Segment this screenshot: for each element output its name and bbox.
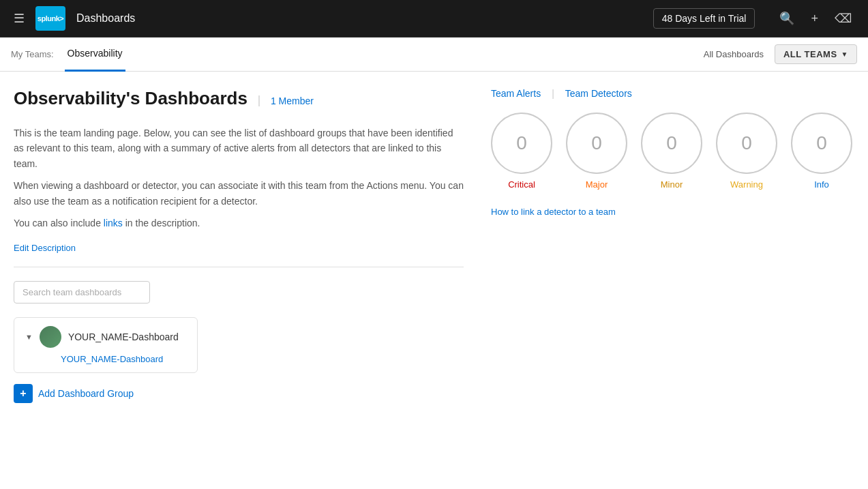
dashboard-group-link[interactable]: YOUR_NAME-Dashboard bbox=[25, 354, 163, 364]
alert-label-minor: Minor bbox=[661, 179, 683, 190]
right-panel: Team Alerts | Team Detectors 0Critical0M… bbox=[477, 88, 854, 403]
sub-nav: My Teams: Observability All Dashboards A… bbox=[0, 38, 868, 72]
title-row: Observability's Dashboards 1 Member bbox=[14, 88, 464, 115]
divider bbox=[14, 267, 464, 267]
alert-label-critical: Critical bbox=[508, 179, 535, 190]
all-teams-button[interactable]: ALL TEAMS ▼ bbox=[775, 44, 857, 64]
my-teams-label: My Teams: bbox=[11, 49, 54, 59]
main-content: Observability's Dashboards 1 Member This… bbox=[0, 72, 868, 419]
add-icon: + bbox=[811, 12, 818, 25]
alert-count-info: 0 bbox=[791, 113, 852, 174]
alert-count-critical: 0 bbox=[491, 113, 552, 174]
add-group-label: Add Dashboard Group bbox=[38, 388, 134, 399]
add-button[interactable]: + bbox=[805, 9, 824, 29]
dashboard-group: ▼ YOUR_NAME-Dashboard YOUR_NAME-Dashboar… bbox=[14, 317, 198, 373]
top-nav: ☰ splunk> Dashboards 48 Days Left in Tri… bbox=[0, 0, 868, 38]
alert-count-major: 0 bbox=[566, 113, 627, 174]
links-link[interactable]: links bbox=[104, 218, 123, 228]
bookmark-icon: ⌫ bbox=[835, 12, 852, 25]
alert-label-major: Major bbox=[586, 179, 608, 190]
group-chevron-icon[interactable]: ▼ bbox=[25, 333, 33, 341]
team-links: Team Alerts | Team Detectors bbox=[491, 88, 854, 99]
team-detectors-link[interactable]: Team Detectors bbox=[565, 88, 632, 99]
team-links-separator: | bbox=[552, 88, 554, 99]
group-name: YOUR_NAME-Dashboard bbox=[68, 331, 179, 342]
description-3: You can also include links in the descri… bbox=[14, 216, 464, 231]
alert-count-minor: 0 bbox=[641, 113, 702, 174]
team-alerts-link[interactable]: Team Alerts bbox=[491, 88, 541, 99]
alert-circles: 0Critical0Major0Minor0Warning0Info bbox=[491, 113, 854, 190]
alert-circle-minor: 0Minor bbox=[641, 113, 702, 190]
group-avatar bbox=[40, 326, 61, 348]
hamburger-button[interactable]: ☰ bbox=[11, 8, 27, 29]
chevron-down-icon: ▼ bbox=[841, 50, 848, 58]
alert-label-info: Info bbox=[814, 179, 829, 190]
how-to-link-detector[interactable]: How to link a detector to a team bbox=[491, 207, 616, 217]
add-group-icon: + bbox=[14, 384, 33, 403]
description-2: When viewing a dashboard or detector, yo… bbox=[14, 178, 464, 209]
trial-badge: 48 Days Left in Trial bbox=[653, 8, 755, 29]
page-title: Observability's Dashboards bbox=[14, 88, 248, 109]
alert-label-warning: Warning bbox=[730, 179, 763, 190]
tab-observability[interactable]: Observability bbox=[65, 38, 125, 72]
logo: splunk> bbox=[35, 6, 65, 31]
nav-title: Dashboards bbox=[76, 12, 135, 25]
member-count: 1 Member bbox=[258, 95, 314, 106]
search-button[interactable]: 🔍 bbox=[774, 8, 800, 29]
alert-circle-info: 0Info bbox=[791, 113, 852, 190]
search-input[interactable] bbox=[14, 281, 150, 303]
alert-circle-critical: 0Critical bbox=[491, 113, 552, 190]
edit-description-link[interactable]: Edit Description bbox=[14, 243, 76, 253]
all-dashboards-link[interactable]: All Dashboards bbox=[704, 49, 764, 59]
add-dashboard-group-button[interactable]: + Add Dashboard Group bbox=[14, 384, 134, 403]
bookmark-button[interactable]: ⌫ bbox=[829, 8, 857, 29]
description-1: This is the team landing page. Below, yo… bbox=[14, 125, 464, 171]
left-panel: Observability's Dashboards 1 Member This… bbox=[14, 88, 464, 403]
group-header: ▼ YOUR_NAME-Dashboard bbox=[25, 326, 186, 348]
logo-icon: splunk> bbox=[35, 6, 65, 31]
alert-count-warning: 0 bbox=[716, 113, 777, 174]
alert-circle-warning: 0Warning bbox=[716, 113, 777, 190]
search-icon: 🔍 bbox=[779, 12, 794, 25]
alert-circle-major: 0Major bbox=[566, 113, 627, 190]
